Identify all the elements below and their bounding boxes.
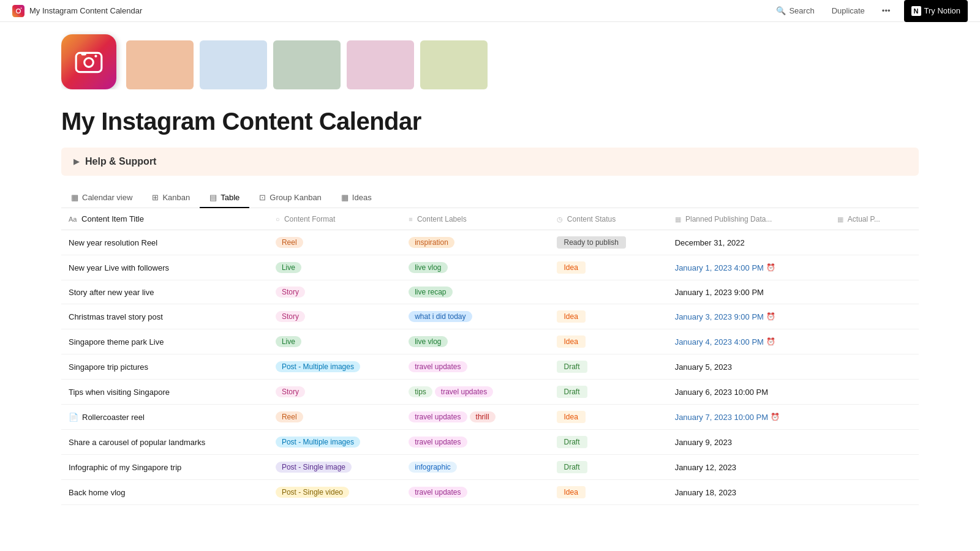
duplicate-button[interactable]: Duplicate — [828, 4, 869, 18]
main-content: My Instagram Content Calendar ▶ Help & S… — [0, 22, 980, 505]
instagram-icon — [12, 5, 24, 17]
cell-planned-date: January 1, 2023 9:00 PM — [668, 280, 831, 304]
cell-title[interactable]: New year resolution Reel — [61, 230, 268, 255]
planned-date-link[interactable]: January 4, 2023 4:00 PM⏰ — [675, 337, 823, 347]
format-tag[interactable]: Post - Single video — [276, 487, 349, 498]
label-tag[interactable]: what i did today — [409, 311, 472, 322]
label-tag[interactable]: travel updates — [409, 361, 467, 372]
cell-title[interactable]: Story after new year live — [61, 280, 268, 304]
topnav-left: My Instagram Content Calendar — [12, 5, 142, 17]
tab-kanban[interactable]: ⊞ Kanban — [142, 188, 200, 208]
table-row: Infographic of my Singapore tripPost - S… — [61, 455, 919, 480]
label-tag[interactable]: live vlog — [409, 336, 447, 347]
reminder-clock-icon: ⏰ — [766, 312, 775, 321]
col-actual: ▦ Actual P... — [830, 208, 919, 230]
cell-actual-date — [830, 280, 919, 304]
label-tag[interactable]: thrill — [470, 411, 496, 422]
try-notion-button[interactable]: N Try Notion — [904, 0, 968, 22]
col-planned: ▦ Planned Publishing Data... — [668, 208, 831, 230]
cell-title[interactable]: Singapore theme park Live — [61, 329, 268, 354]
banner-images — [126, 40, 919, 89]
label-tag[interactable]: travel updates — [409, 487, 467, 498]
list-icon: ≡ — [409, 216, 412, 223]
cell-labels: inspiration — [401, 230, 549, 255]
label-tag[interactable]: travel updates — [409, 437, 467, 448]
format-tag[interactable]: Reel — [276, 237, 303, 248]
cell-labels: live vlog — [401, 255, 549, 280]
status-badge[interactable]: Idea — [557, 335, 586, 348]
more-button[interactable]: ••• — [878, 4, 894, 18]
tab-ideas[interactable]: ▦ Ideas — [331, 188, 382, 208]
planned-date-link[interactable]: January 1, 2023 4:00 PM⏰ — [675, 263, 823, 272]
table-row: Back home vlogPost - Single videotravel … — [61, 480, 919, 505]
cell-status — [549, 280, 668, 304]
format-tag[interactable]: Story — [276, 311, 305, 322]
status-badge[interactable]: Draft — [557, 461, 587, 473]
cell-planned-date: January 9, 2023 — [668, 430, 831, 455]
topnav: My Instagram Content Calendar 🔍 Search D… — [0, 0, 980, 22]
format-tag[interactable]: Post - Single image — [276, 462, 352, 473]
format-tag[interactable]: Reel — [276, 411, 303, 422]
table-row: 📄Rollercoaster reelReeltravel updatesthr… — [61, 405, 919, 430]
format-tag[interactable]: Live — [276, 336, 301, 347]
label-tag[interactable]: tips — [409, 386, 432, 397]
status-badge[interactable]: Idea — [557, 411, 586, 423]
tab-table[interactable]: ▤ Table — [200, 188, 249, 208]
status-badge[interactable]: Ready to publish — [557, 236, 626, 249]
actual-col-icon: ▦ — [837, 216, 843, 223]
cell-title[interactable]: Infographic of my Singapore trip — [61, 455, 268, 480]
status-badge[interactable]: Draft — [557, 386, 587, 398]
format-tag[interactable]: Live — [276, 262, 301, 273]
status-badge[interactable]: Idea — [557, 310, 586, 323]
cell-title[interactable]: New year Live with followers — [61, 255, 268, 280]
cell-status: Ready to publish — [549, 230, 668, 255]
cell-planned-date: January 5, 2023 — [668, 354, 831, 380]
cell-title[interactable]: Christmas travel story post — [61, 304, 268, 329]
label-tag[interactable]: infographic — [409, 462, 457, 473]
cell-title[interactable]: Singapore trip pictures — [61, 354, 268, 380]
status-badge[interactable]: Idea — [557, 261, 586, 274]
table-row: Singapore theme park LiveLivelive vlogId… — [61, 329, 919, 354]
label-tag[interactable]: live recap — [409, 287, 452, 298]
help-support-section[interactable]: ▶ Help & Support — [61, 148, 919, 176]
cell-title[interactable]: Share a carousel of popular landmarks — [61, 430, 268, 455]
planned-date-link[interactable]: January 7, 2023 10:00 PM⏰ — [675, 413, 823, 422]
svg-rect-3 — [76, 53, 102, 72]
status-badge[interactable]: Draft — [557, 361, 587, 373]
cell-actual-date — [830, 430, 919, 455]
col-format: ○ Content Format — [268, 208, 401, 230]
tab-group-kanban[interactable]: ⊡ Group Kanban — [249, 188, 331, 208]
search-button[interactable]: 🔍 Search — [772, 4, 818, 18]
format-tag[interactable]: Story — [276, 386, 305, 397]
format-tag[interactable]: Post - Multiple images — [276, 361, 360, 372]
tab-calendar[interactable]: ▦ Calendar view — [61, 188, 142, 208]
format-tag[interactable]: Story — [276, 287, 305, 298]
table-row: Story after new year liveStorylive recap… — [61, 280, 919, 304]
cell-format: Story — [268, 280, 401, 304]
svg-rect-0 — [12, 5, 24, 17]
cell-title[interactable]: Tips when visiting Singapore — [61, 380, 268, 405]
label-tag[interactable]: travel updates — [409, 411, 467, 422]
planned-date-link[interactable]: January 3, 2023 9:00 PM⏰ — [675, 312, 823, 321]
table-row: New year resolution ReelReelinspirationR… — [61, 230, 919, 255]
cell-format: Live — [268, 329, 401, 354]
doc-icon: 📄 — [69, 413, 78, 422]
cell-actual-date — [830, 480, 919, 505]
label-tag[interactable]: inspiration — [409, 237, 454, 248]
cell-title[interactable]: 📄Rollercoaster reel — [61, 405, 268, 430]
status-badge[interactable]: Draft — [557, 436, 587, 448]
cell-status: Idea — [549, 480, 668, 505]
cell-labels: travel updates — [401, 480, 549, 505]
banner-img-1 — [126, 40, 194, 89]
cell-status: Idea — [549, 304, 668, 329]
label-tag[interactable]: live vlog — [409, 262, 447, 273]
data-table-container: Aa Content Item Title ○ Content Format ≡… — [61, 208, 919, 505]
format-tag[interactable]: Post - Multiple images — [276, 437, 360, 448]
status-badge[interactable]: Idea — [557, 486, 586, 498]
page-title: My Instagram Content Calendar — [61, 108, 919, 135]
cell-status: Draft — [549, 380, 668, 405]
cell-title[interactable]: Back home vlog — [61, 480, 268, 505]
reminder-clock-icon: ⏰ — [766, 337, 775, 346]
label-tag[interactable]: travel updates — [435, 386, 493, 397]
cell-actual-date — [830, 304, 919, 329]
